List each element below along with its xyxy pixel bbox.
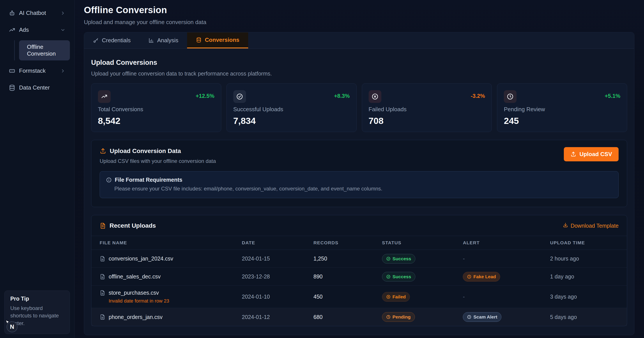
upload-icon	[570, 151, 576, 157]
page-title: Offline Conversion	[84, 5, 634, 15]
sidebar-item-ai-chatbot[interactable]: AI Chatbot	[6, 6, 68, 20]
stats-row: +12.5% Total Conversions 8,542 +8.3% Suc…	[91, 83, 627, 132]
sidebar-item-offline-conversion[interactable]: Offline Conversion	[19, 40, 70, 60]
sidebar: AI Chatbot Ads Offline Conversion Formst…	[0, 0, 74, 338]
stat-label: Failed Uploads	[369, 106, 485, 113]
cursor-indicator: N	[5, 320, 19, 334]
file-name: conversions_jan_2024.csv	[109, 256, 173, 262]
infobox-title: File Format Requirements	[115, 177, 182, 183]
stat-value: 245	[504, 116, 620, 126]
recent-uploads-title: Recent Uploads	[110, 222, 156, 229]
table-row[interactable]: store_purchases.csv Invalid date format …	[91, 286, 627, 308]
upload-csv-button[interactable]: Upload CSV	[564, 147, 618, 161]
upload-date: 2024-01-10	[242, 294, 314, 300]
record-count: 680	[314, 314, 382, 320]
tab-credentials[interactable]: Credentials	[84, 32, 140, 48]
column-header-alert: ALERT	[463, 240, 550, 245]
tab-conversions[interactable]: Conversions	[187, 32, 248, 48]
stat-card-total-conversions: +12.5% Total Conversions 8,542	[91, 83, 221, 132]
file-format-infobox: File Format Requirements Please ensure y…	[100, 171, 618, 198]
x-circle-icon	[369, 90, 381, 103]
sidebar-item-label: Ads	[19, 26, 29, 33]
clock-icon	[504, 90, 516, 103]
main-content: Offline Conversion Upload and manage you…	[74, 0, 644, 338]
chevron-right-icon	[60, 10, 66, 16]
robot-icon	[9, 10, 15, 16]
file-name: phone_orders_jan.csv	[109, 314, 162, 320]
sidebar-item-label: AI Chatbot	[19, 10, 46, 16]
file-icon	[100, 314, 105, 320]
section-subtitle: Upload your offline conversion data to t…	[91, 70, 627, 77]
table-row[interactable]: phone_orders_jan.csv 2024-01-12 680 Pend…	[91, 308, 627, 326]
check-circle-icon	[233, 90, 246, 103]
record-count: 450	[314, 294, 382, 300]
upload-time: 5 days ago	[550, 314, 618, 320]
stat-delta: +8.3%	[334, 93, 350, 99]
download-icon	[563, 222, 568, 229]
download-template-link[interactable]: Download Template	[563, 222, 618, 229]
upload-csv-button-label: Upload CSV	[580, 151, 612, 158]
stat-value: 8,542	[98, 116, 214, 126]
sidebar-item-ads[interactable]: Ads	[6, 23, 68, 37]
sidebar-subitem-wrap: Offline Conversion	[4, 40, 70, 60]
alert-cell: -	[463, 294, 550, 300]
sidebar-item-label: Formstack	[19, 67, 46, 74]
stat-card-successful-uploads: +8.3% Successful Uploads 7,834	[226, 83, 356, 132]
table-row[interactable]: conversions_jan_2024.csv 2024-01-15 1,25…	[91, 250, 627, 268]
upload-date: 2023-12-28	[242, 273, 314, 280]
tab-analysis[interactable]: Analysis	[140, 32, 187, 48]
clock-icon	[386, 315, 390, 319]
sidebar-item-formstack[interactable]: Formstack	[6, 64, 68, 78]
column-header-records: RECORDS	[314, 240, 382, 245]
column-header-file-name: FILE NAME	[100, 240, 242, 245]
upload-time: 3 days ago	[550, 294, 618, 300]
sidebar-item-data-center[interactable]: Data Center	[6, 81, 68, 95]
key-icon	[93, 37, 99, 43]
record-count: 890	[314, 273, 382, 280]
download-template-label: Download Template	[570, 223, 618, 229]
bar-chart-icon	[148, 37, 154, 43]
alert-badge-scam-alert: Scam Alert	[463, 312, 502, 322]
status-badge-success: Success	[382, 272, 415, 282]
status-badge-success: Success	[382, 254, 415, 264]
x-circle-icon	[386, 295, 390, 299]
table-row[interactable]: offline_sales_dec.csv 2023-12-28 890 Suc…	[91, 268, 627, 286]
upload-date: 2024-01-15	[242, 256, 314, 262]
stat-label: Successful Uploads	[233, 106, 350, 113]
upload-section-subtitle: Upload CSV files with your offline conve…	[100, 158, 618, 164]
stat-value: 7,834	[233, 116, 350, 126]
tab-bar: Credentials Analysis Conversions	[84, 32, 634, 49]
alert-circle-icon	[467, 275, 472, 279]
tree-guide-line	[14, 40, 15, 60]
status-badge-failed: Failed	[382, 292, 410, 302]
check-circle-icon	[386, 257, 390, 261]
trending-up-icon	[98, 90, 110, 103]
stat-delta: +12.5%	[196, 93, 214, 99]
tab-label: Analysis	[157, 37, 178, 44]
alert-circle-icon	[467, 315, 472, 319]
database-icon	[196, 37, 202, 43]
stat-card-failed-uploads: -3.2% Failed Uploads 708	[362, 83, 492, 132]
form-input-icon	[9, 68, 15, 74]
upload-date: 2024-01-12	[242, 314, 314, 320]
chevron-right-icon	[60, 68, 66, 73]
upload-section-title: Upload Conversion Data	[110, 148, 181, 155]
file-icon	[100, 256, 105, 262]
tab-label: Conversions	[205, 36, 240, 43]
database-icon	[9, 84, 15, 91]
file-name: offline_sales_dec.csv	[109, 273, 160, 280]
stat-card-pending-review: +5.1% Pending Review 245	[497, 83, 627, 132]
mouse-cursor-icon	[5, 320, 10, 326]
upload-icon	[100, 148, 106, 154]
column-header-date: DATE	[242, 240, 314, 245]
sidebar-item-label: Offline Conversion	[27, 43, 56, 57]
trending-up-icon	[9, 27, 15, 33]
page-subtitle: Upload and manage your offline conversio…	[84, 19, 634, 26]
file-icon	[100, 290, 105, 296]
pro-tip-title: Pro Tip	[10, 296, 64, 302]
file-error-message: Invalid date format in row 23	[109, 298, 169, 304]
stat-label: Total Conversions	[98, 106, 214, 113]
stat-value: 708	[369, 116, 485, 126]
file-icon	[100, 274, 105, 280]
status-badge-pending: Pending	[382, 312, 415, 322]
